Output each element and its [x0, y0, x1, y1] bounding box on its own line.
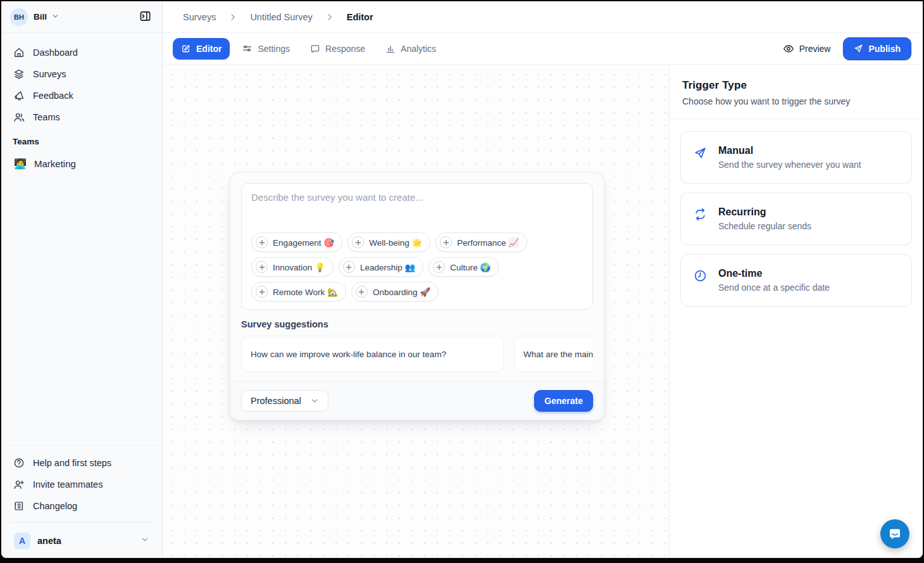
tone-select[interactable]: Professional	[241, 390, 328, 412]
send-icon	[694, 146, 707, 160]
suggestion-card-1[interactable]: How can we improve work-life balance in …	[241, 336, 504, 372]
editor-toolbar: Editor Settings Response Analytics	[163, 33, 923, 65]
plus-icon	[256, 261, 268, 273]
sidebar-panel-icon	[139, 10, 151, 24]
account-name: aneta	[37, 536, 61, 546]
eye-icon	[783, 43, 794, 54]
preview-button[interactable]: Preview	[779, 38, 835, 60]
sidebar-item-label: Surveys	[33, 69, 66, 79]
topic-chip-label: Remote Work 🏡	[273, 287, 338, 297]
topic-chip-leadership[interactable]: Leadership 👥	[339, 257, 423, 277]
sidebar-item-label: Teams	[33, 112, 60, 122]
ai-generator-card: Describe the survey you want to create..…	[230, 172, 604, 421]
sidebar-item-feedback[interactable]: Feedback	[8, 85, 156, 106]
help-circle-icon	[13, 457, 25, 469]
workspace-switcher[interactable]: BH Bill	[1, 1, 162, 33]
sidebar-item-marketing[interactable]: 🧑‍💻 Marketing	[8, 153, 156, 174]
trigger-option-one-time[interactable]: One-time Send once at a specific date	[680, 254, 912, 307]
topic-chip-label: Well-being 🌟	[369, 237, 422, 248]
publish-button[interactable]: Publish	[843, 37, 911, 60]
plus-icon	[352, 236, 364, 248]
trigger-option-recurring[interactable]: Recurring Schedule regular sends	[680, 193, 912, 245]
editor-canvas[interactable]: Describe the survey you want to create..…	[163, 65, 669, 558]
trigger-panel-header: Trigger Type Choose how you want to trig…	[670, 65, 923, 119]
sidebar-item-dashboard[interactable]: Dashboard	[8, 42, 156, 63]
topic-chip-label: Culture 🌍	[450, 262, 490, 272]
sidebar-item-help[interactable]: Help and first steps	[8, 452, 156, 474]
divider	[11, 522, 152, 522]
suggestions-title: Survey suggestions	[241, 319, 593, 329]
plus-icon	[256, 286, 268, 298]
trigger-option-description: Send the survey whenever you want	[718, 160, 861, 170]
plus-icon	[440, 236, 452, 248]
tab-label: Editor	[196, 44, 222, 54]
tab-label: Response	[325, 44, 365, 54]
workspace-name: Bill	[34, 12, 47, 22]
topic-chip-label: Engagement 🎯	[273, 237, 334, 248]
sidebar-spacer	[1, 174, 162, 445]
suggestions-list: How can we improve work-life balance in …	[241, 336, 593, 372]
topic-chip-performance[interactable]: Performance 📈	[435, 232, 527, 252]
generator-footer: Professional Generate	[230, 381, 604, 420]
panel-subtitle: Choose how you want to trigger the surve…	[682, 96, 910, 106]
chevron-down-icon	[310, 396, 319, 405]
trigger-option-title: Manual	[718, 145, 861, 156]
chevron-right-icon	[325, 13, 334, 22]
topic-chip-onboarding[interactable]: Onboarding 🚀	[351, 282, 439, 301]
sidebar-nav: Dashboard Surveys Feedback Teams	[1, 33, 162, 174]
tone-selected-value: Professional	[251, 396, 301, 406]
tab-label: Analytics	[401, 44, 436, 54]
tab-label: Settings	[258, 44, 290, 54]
preview-label: Preview	[799, 44, 831, 54]
technologist-emoji-icon: 🧑‍💻	[14, 158, 27, 170]
sidebar-item-changelog[interactable]: Changelog	[8, 495, 156, 517]
topic-chip-culture[interactable]: Culture 🌍	[428, 257, 499, 277]
trigger-option-manual[interactable]: Manual Send the survey whenever you want	[680, 131, 912, 184]
breadcrumb-surveys[interactable]: Surveys	[183, 12, 216, 22]
tab-analytics[interactable]: Analytics	[377, 38, 444, 60]
topic-chip-innovation[interactable]: Innovation 💡	[251, 257, 334, 277]
sidebar-item-surveys[interactable]: Surveys	[8, 63, 156, 85]
plus-icon	[433, 261, 445, 273]
trigger-option-description: Schedule regular sends	[718, 221, 811, 231]
sidebar-item-teams[interactable]: Teams	[8, 106, 156, 128]
send-icon	[854, 44, 863, 53]
breadcrumb-untitled-survey[interactable]: Untitled Survey	[250, 12, 312, 22]
trigger-option-description: Send once at a specific date	[718, 282, 830, 293]
sidebar-item-label: Invite teammates	[33, 479, 103, 490]
layers-icon	[13, 68, 25, 80]
sidebar: BH Bill Dashboard Surv	[1, 1, 163, 558]
user-avatar: A	[14, 533, 30, 549]
breadcrumb: Surveys Untitled Survey Editor	[163, 1, 923, 33]
topic-chip-engagement[interactable]: Engagement 🎯	[251, 232, 342, 252]
generate-button[interactable]: Generate	[534, 390, 593, 412]
account-menu[interactable]: A aneta	[8, 528, 156, 558]
topic-chip-wellbeing[interactable]: Well-being 🌟	[347, 232, 430, 252]
chevron-right-icon	[228, 13, 237, 22]
topic-chip-label: Innovation 💡	[273, 262, 325, 272]
workspace-avatar: BH	[10, 8, 28, 26]
megaphone-icon	[13, 90, 25, 102]
tab-response[interactable]: Response	[302, 38, 373, 60]
survey-prompt-input[interactable]: Describe the survey you want to create..…	[241, 183, 593, 310]
topic-chip-list: Engagement 🎯 Well-being 🌟 Performance 📈	[251, 232, 583, 303]
home-icon	[13, 47, 25, 59]
sidebar-item-label: Dashboard	[33, 47, 78, 58]
tab-editor[interactable]: Editor	[173, 38, 230, 60]
tab-settings[interactable]: Settings	[234, 37, 298, 60]
trigger-option-title: One-time	[718, 268, 830, 279]
user-plus-icon	[13, 479, 25, 491]
sidebar-collapse-button[interactable]	[135, 8, 154, 27]
prompt-placeholder: Describe the survey you want to create..…	[251, 192, 583, 203]
sidebar-item-invite[interactable]: Invite teammates	[8, 474, 156, 495]
bar-chart-icon	[385, 44, 396, 54]
chat-bubble-icon	[310, 44, 320, 54]
chat-bubble-icon	[887, 526, 902, 541]
users-icon	[13, 111, 25, 123]
suggestion-card-2[interactable]: What are the main ob	[514, 336, 593, 372]
changelog-icon	[13, 500, 25, 512]
clock-icon	[694, 269, 707, 282]
topic-chip-remote-work[interactable]: Remote Work 🏡	[251, 282, 346, 301]
support-chat-button[interactable]	[880, 519, 909, 548]
sidebar-footer: Help and first steps Invite teammates Ch…	[1, 445, 162, 558]
